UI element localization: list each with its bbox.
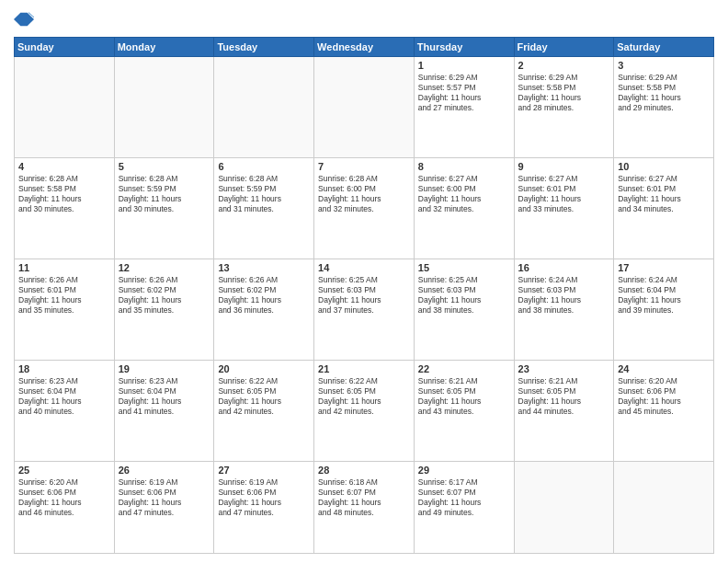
calendar-cell: 4Sunrise: 6:28 AM Sunset: 5:58 PM Daylig… — [15, 157, 115, 259]
day-number: 29 — [418, 465, 510, 476]
day-header-thursday: Thursday — [414, 38, 514, 57]
cell-content: Sunrise: 6:17 AM Sunset: 6:07 PM Dayligh… — [418, 477, 510, 518]
day-number: 24 — [618, 363, 710, 374]
logo — [14, 9, 38, 29]
day-number: 26 — [119, 465, 210, 476]
cell-content: Sunrise: 6:21 AM Sunset: 6:05 PM Dayligh… — [418, 376, 510, 417]
week-row-3: 11Sunrise: 6:26 AM Sunset: 6:01 PM Dayli… — [15, 259, 714, 360]
cell-content: Sunrise: 6:25 AM Sunset: 6:03 PM Dayligh… — [318, 275, 410, 316]
day-number: 4 — [18, 161, 110, 172]
day-number: 21 — [318, 363, 410, 374]
day-number: 9 — [518, 161, 610, 172]
day-number: 7 — [318, 161, 410, 172]
cell-content: Sunrise: 6:26 AM Sunset: 6:02 PM Dayligh… — [119, 275, 210, 316]
calendar-cell: 22Sunrise: 6:21 AM Sunset: 6:05 PM Dayli… — [414, 360, 514, 461]
calendar-cell: 24Sunrise: 6:20 AM Sunset: 6:06 PM Dayli… — [614, 360, 714, 461]
cell-content: Sunrise: 6:18 AM Sunset: 6:07 PM Dayligh… — [318, 477, 410, 518]
cell-content: Sunrise: 6:24 AM Sunset: 6:03 PM Dayligh… — [518, 275, 610, 316]
calendar-cell: 13Sunrise: 6:26 AM Sunset: 6:02 PM Dayli… — [214, 259, 314, 360]
calendar-cell: 8Sunrise: 6:27 AM Sunset: 6:00 PM Daylig… — [414, 157, 514, 259]
day-number: 27 — [218, 465, 310, 476]
calendar-cell: 18Sunrise: 6:23 AM Sunset: 6:04 PM Dayli… — [15, 360, 115, 461]
cell-content: Sunrise: 6:20 AM Sunset: 6:06 PM Dayligh… — [18, 477, 110, 518]
calendar-cell: 15Sunrise: 6:25 AM Sunset: 6:03 PM Dayli… — [414, 259, 514, 360]
cell-content: Sunrise: 6:23 AM Sunset: 6:04 PM Dayligh… — [119, 376, 210, 417]
calendar-cell — [15, 57, 115, 158]
day-number: 28 — [318, 465, 410, 476]
day-number: 12 — [119, 262, 210, 273]
day-number: 6 — [218, 161, 310, 172]
calendar-cell: 9Sunrise: 6:27 AM Sunset: 6:01 PM Daylig… — [514, 157, 614, 259]
calendar-cell: 10Sunrise: 6:27 AM Sunset: 6:01 PM Dayli… — [614, 157, 714, 259]
cell-content: Sunrise: 6:20 AM Sunset: 6:06 PM Dayligh… — [618, 376, 710, 417]
calendar-cell — [314, 57, 415, 158]
calendar-cell — [114, 57, 214, 158]
day-header-wednesday: Wednesday — [314, 38, 415, 57]
cell-content: Sunrise: 6:28 AM Sunset: 5:59 PM Dayligh… — [119, 174, 210, 214]
cell-content: Sunrise: 6:29 AM Sunset: 5:58 PM Dayligh… — [518, 73, 610, 113]
calendar-cell: 29Sunrise: 6:17 AM Sunset: 6:07 PM Dayli… — [414, 461, 514, 554]
day-number: 8 — [418, 161, 510, 172]
day-number: 20 — [218, 363, 310, 374]
day-number: 18 — [18, 363, 110, 374]
cell-content: Sunrise: 6:26 AM Sunset: 6:01 PM Dayligh… — [18, 275, 110, 316]
cell-content: Sunrise: 6:24 AM Sunset: 6:04 PM Dayligh… — [618, 275, 710, 316]
day-header-tuesday: Tuesday — [214, 38, 314, 57]
cell-content: Sunrise: 6:29 AM Sunset: 5:58 PM Dayligh… — [618, 73, 710, 113]
week-row-1: 1Sunrise: 6:29 AM Sunset: 5:57 PM Daylig… — [15, 57, 714, 158]
day-header-monday: Monday — [114, 38, 214, 57]
calendar-cell: 12Sunrise: 6:26 AM Sunset: 6:02 PM Dayli… — [114, 259, 214, 360]
calendar-cell: 25Sunrise: 6:20 AM Sunset: 6:06 PM Dayli… — [15, 461, 115, 554]
cell-content: Sunrise: 6:22 AM Sunset: 6:05 PM Dayligh… — [218, 376, 310, 417]
calendar-cell: 28Sunrise: 6:18 AM Sunset: 6:07 PM Dayli… — [314, 461, 415, 554]
calendar-cell: 26Sunrise: 6:19 AM Sunset: 6:06 PM Dayli… — [114, 461, 214, 554]
header-row: SundayMondayTuesdayWednesdayThursdayFrid… — [15, 38, 714, 57]
day-number: 11 — [18, 262, 110, 273]
day-number: 15 — [418, 262, 510, 273]
cell-content: Sunrise: 6:19 AM Sunset: 6:06 PM Dayligh… — [119, 477, 210, 518]
day-number: 10 — [618, 161, 710, 172]
cell-content: Sunrise: 6:28 AM Sunset: 5:58 PM Dayligh… — [18, 174, 110, 214]
calendar-cell: 11Sunrise: 6:26 AM Sunset: 6:01 PM Dayli… — [15, 259, 115, 360]
day-header-saturday: Saturday — [614, 38, 714, 57]
cell-content: Sunrise: 6:26 AM Sunset: 6:02 PM Dayligh… — [218, 275, 310, 316]
calendar-cell — [614, 461, 714, 554]
logo-icon — [14, 9, 34, 29]
day-header-friday: Friday — [514, 38, 614, 57]
day-number: 25 — [18, 465, 110, 476]
cell-content: Sunrise: 6:28 AM Sunset: 5:59 PM Dayligh… — [218, 174, 310, 214]
week-row-4: 18Sunrise: 6:23 AM Sunset: 6:04 PM Dayli… — [15, 360, 714, 461]
calendar-cell: 7Sunrise: 6:28 AM Sunset: 6:00 PM Daylig… — [314, 157, 415, 259]
day-number: 3 — [618, 60, 710, 71]
day-number: 17 — [618, 262, 710, 273]
cell-content: Sunrise: 6:23 AM Sunset: 6:04 PM Dayligh… — [18, 376, 110, 417]
day-number: 19 — [119, 363, 210, 374]
cell-content: Sunrise: 6:29 AM Sunset: 5:57 PM Dayligh… — [418, 73, 510, 113]
calendar-cell — [214, 57, 314, 158]
calendar-cell: 5Sunrise: 6:28 AM Sunset: 5:59 PM Daylig… — [114, 157, 214, 259]
day-header-sunday: Sunday — [15, 38, 115, 57]
calendar-table: SundayMondayTuesdayWednesdayThursdayFrid… — [14, 37, 714, 554]
cell-content: Sunrise: 6:25 AM Sunset: 6:03 PM Dayligh… — [418, 275, 510, 316]
cell-content: Sunrise: 6:28 AM Sunset: 6:00 PM Dayligh… — [318, 174, 410, 214]
cell-content: Sunrise: 6:19 AM Sunset: 6:06 PM Dayligh… — [218, 477, 310, 518]
calendar-cell: 16Sunrise: 6:24 AM Sunset: 6:03 PM Dayli… — [514, 259, 614, 360]
day-number: 16 — [518, 262, 610, 273]
calendar-cell — [514, 461, 614, 554]
day-number: 13 — [218, 262, 310, 273]
calendar-cell: 23Sunrise: 6:21 AM Sunset: 6:05 PM Dayli… — [514, 360, 614, 461]
calendar-cell: 2Sunrise: 6:29 AM Sunset: 5:58 PM Daylig… — [514, 57, 614, 158]
day-number: 2 — [518, 60, 610, 71]
page: SundayMondayTuesdayWednesdayThursdayFrid… — [0, 0, 728, 563]
calendar-cell: 6Sunrise: 6:28 AM Sunset: 5:59 PM Daylig… — [214, 157, 314, 259]
cell-content: Sunrise: 6:27 AM Sunset: 6:00 PM Dayligh… — [418, 174, 510, 214]
calendar-cell: 27Sunrise: 6:19 AM Sunset: 6:06 PM Dayli… — [214, 461, 314, 554]
day-number: 23 — [518, 363, 610, 374]
cell-content: Sunrise: 6:27 AM Sunset: 6:01 PM Dayligh… — [518, 174, 610, 214]
week-row-5: 25Sunrise: 6:20 AM Sunset: 6:06 PM Dayli… — [15, 461, 714, 554]
cell-content: Sunrise: 6:27 AM Sunset: 6:01 PM Dayligh… — [618, 174, 710, 214]
calendar-cell: 14Sunrise: 6:25 AM Sunset: 6:03 PM Dayli… — [314, 259, 415, 360]
header — [14, 9, 714, 29]
calendar-cell: 19Sunrise: 6:23 AM Sunset: 6:04 PM Dayli… — [114, 360, 214, 461]
calendar-cell: 21Sunrise: 6:22 AM Sunset: 6:05 PM Dayli… — [314, 360, 415, 461]
